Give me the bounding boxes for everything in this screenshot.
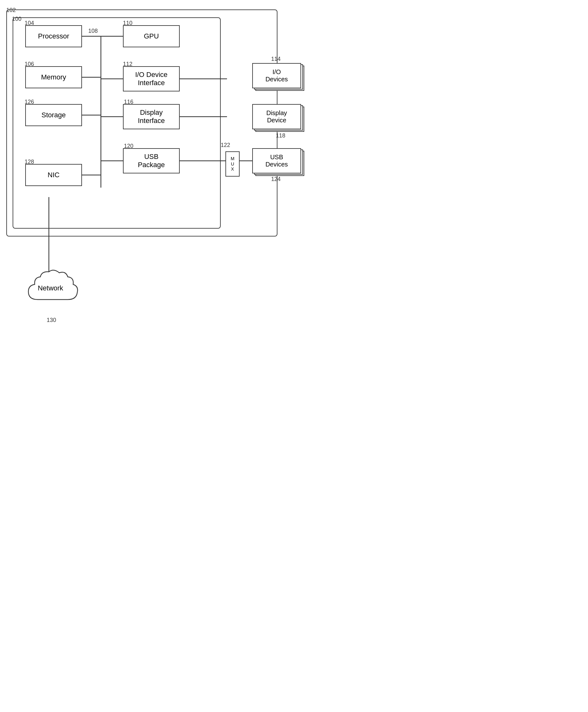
- memory-label: Memory: [41, 73, 66, 81]
- network-cloud-container: Network: [19, 265, 82, 312]
- gpu-box: GPU: [123, 25, 180, 47]
- ref-114: 114: [271, 56, 280, 62]
- ref-128: 128: [25, 159, 34, 165]
- gpu-label: GPU: [144, 32, 159, 40]
- storage-box: Storage: [25, 104, 82, 126]
- diagram-container: 102 100 108 Processor 104 Memory 106 Sto…: [0, 0, 315, 366]
- memory-box: Memory: [25, 66, 82, 88]
- network-label: Network: [38, 284, 63, 292]
- usb-devices-label: USBDevices: [266, 153, 288, 168]
- io-interface-label: I/O DeviceInterface: [135, 71, 168, 87]
- ref-124: 124: [271, 176, 280, 183]
- ref-110: 110: [123, 20, 132, 26]
- ref-108: 108: [88, 28, 98, 34]
- io-devices-box: I/ODevices: [252, 63, 301, 88]
- processor-box: Processor: [25, 25, 82, 47]
- processor-label: Processor: [38, 32, 69, 40]
- usb-package-label: USBPackage: [138, 153, 165, 169]
- display-device-label: DisplayDevice: [267, 109, 287, 124]
- ref-120: 120: [124, 143, 133, 149]
- ref-112: 112: [123, 61, 132, 67]
- ref-102: 102: [6, 7, 16, 14]
- io-devices-label: I/ODevices: [266, 68, 288, 83]
- usb-package-box: USBPackage: [123, 148, 180, 173]
- io-interface-box: I/O DeviceInterface: [123, 66, 180, 91]
- ref-104: 104: [25, 20, 34, 26]
- ref-106: 106: [25, 61, 34, 67]
- usb-devices-box: USBDevices: [252, 148, 301, 173]
- ref-130: 130: [47, 317, 56, 323]
- nic-label: NIC: [48, 171, 60, 179]
- mux-label: MUX: [231, 156, 235, 172]
- display-interface-label: DisplayInterface: [138, 108, 165, 125]
- ref-118: 118: [276, 132, 285, 139]
- storage-label: Storage: [41, 111, 66, 119]
- ref-116: 116: [124, 99, 133, 105]
- mux-box: MUX: [226, 151, 239, 176]
- ref-100: 100: [12, 16, 21, 22]
- ref-126: 126: [25, 99, 34, 105]
- nic-box: NIC: [25, 164, 82, 186]
- ref-122: 122: [221, 142, 230, 148]
- display-device-box: DisplayDevice: [252, 104, 301, 129]
- display-interface-box: DisplayInterface: [123, 104, 180, 129]
